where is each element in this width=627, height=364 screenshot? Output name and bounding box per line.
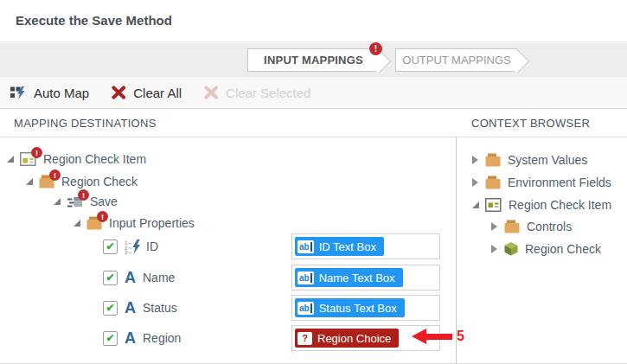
context-item-system-values[interactable]: System Values (472, 149, 587, 171)
mapping-slot-id[interactable]: ab ID Text Box (291, 233, 440, 259)
context-browser-header: CONTEXT BROWSER (471, 117, 590, 130)
tab-input-label: INPUT MAPPINGS (264, 54, 363, 67)
tab-strip: INPUT MAPPINGS ! OUTPUT MAPPINGS (0, 43, 627, 77)
folder-icon: ! (86, 216, 102, 230)
question-glyph: ? (302, 333, 308, 343)
tree-item-label: Input Properties (109, 216, 195, 230)
view-icon (485, 198, 502, 212)
folder-icon (504, 220, 520, 233)
clear-selected-label: Clear Selected (226, 86, 310, 100)
svg-text:3: 3 (125, 250, 128, 254)
error-badge-icon: ! (369, 42, 382, 55)
collapsed-arrow-icon[interactable] (491, 245, 497, 253)
mapping-chip-label: Name Text Box (319, 271, 395, 284)
auto-map-label: Auto Map (34, 86, 89, 100)
context-item-environment-fields[interactable]: Environment Fields (472, 171, 611, 194)
textbox-icon: ab (298, 302, 314, 315)
context-item-label: System Values (508, 153, 587, 167)
tree-item-property-status[interactable]: ✔ A Status (103, 295, 177, 321)
error-badge-icon: ! (97, 211, 108, 222)
mapping-chip-name[interactable]: ab Name Text Box (295, 268, 403, 287)
clear-all-icon (112, 86, 126, 99)
tab-output-label: OUTPUT MAPPINGS (402, 54, 510, 67)
context-item-label: Controls (527, 220, 572, 233)
tree-item-property-region[interactable]: ✔ A Region (103, 325, 181, 351)
tree-item-label: Save (90, 195, 118, 208)
expanded-arrow-icon[interactable] (7, 156, 14, 163)
error-badge-icon: ! (49, 169, 61, 181)
auto-map-button[interactable]: Auto Map (7, 84, 93, 102)
property-label: Name (143, 271, 175, 284)
mapping-destinations-header: MAPPING DESTINATIONS (14, 117, 157, 130)
toolbar: Auto Map Clear All Clear Selected (0, 77, 627, 109)
text-type-icon: A (125, 270, 136, 285)
textbox-icon: ab (298, 240, 314, 253)
text-cursor-icon (310, 303, 312, 313)
question-icon: ? (298, 332, 312, 345)
textbox-icon: ab (298, 271, 314, 284)
property-label: Region (143, 331, 181, 345)
text-cursor-icon (310, 242, 312, 252)
context-item-label: Region Check Item (509, 198, 611, 212)
tree-item-label: Region Check (61, 175, 138, 188)
mapping-chip-id[interactable]: ab ID Text Box (295, 237, 384, 256)
collapsed-arrow-icon[interactable] (472, 178, 478, 187)
tree-item-label: Region Check Item (43, 152, 146, 166)
expanded-arrow-icon[interactable] (472, 201, 479, 208)
error-badge-icon: ! (31, 147, 42, 158)
checkbox-status[interactable]: ✔ (103, 301, 118, 316)
expanded-arrow-icon[interactable] (54, 198, 61, 205)
context-item-controls[interactable]: Controls (491, 215, 572, 238)
tree-item-property-name[interactable]: ✔ A Name (103, 265, 175, 291)
checkbox-region[interactable]: ✔ (103, 331, 118, 346)
tree-item-region-check-item[interactable]: ! Region Check Item (7, 148, 146, 170)
annotation-number: 5 (457, 329, 464, 344)
checkbox-id[interactable]: ✔ (103, 239, 118, 254)
context-item-region-check[interactable]: Region Check (491, 238, 601, 260)
expanded-arrow-icon[interactable] (74, 220, 80, 227)
cube-icon (504, 242, 518, 256)
arrow-tail (426, 334, 452, 340)
text-cursor-icon (310, 273, 312, 283)
mapping-slot-name[interactable]: ab Name Text Box (291, 265, 440, 291)
ab-glyph: ab (299, 303, 310, 313)
method-icon: ! (67, 195, 83, 208)
autonumber-icon: 1 2 3 (125, 239, 142, 254)
clear-selected-icon (204, 86, 219, 99)
context-item-label: Region Check (525, 242, 601, 256)
view-icon: ! (20, 152, 36, 166)
mapping-chip-label: Region Choice (317, 332, 391, 345)
tree-item-property-id[interactable]: ✔ 1 2 3 ID (103, 233, 158, 259)
collapsed-arrow-icon[interactable] (472, 156, 478, 164)
tab-output-mappings[interactable]: OUTPUT MAPPINGS (395, 48, 517, 72)
context-item-label: Environment Fields (508, 176, 611, 189)
tree-item-input-properties[interactable]: ! Input Properties (74, 212, 195, 234)
mapping-slot-status[interactable]: ab Status Text Box (291, 295, 440, 321)
property-label: ID (146, 239, 158, 253)
panel-headers: MAPPING DESTINATIONS CONTEXT BROWSER (0, 109, 627, 137)
auto-map-icon (10, 86, 27, 99)
clear-all-button[interactable]: Clear All (108, 84, 185, 102)
clear-selected-button[interactable]: Clear Selected (201, 84, 314, 102)
page-title: Execute the Save Method (16, 13, 172, 28)
mapping-chip-label: ID Text Box (319, 240, 376, 253)
mapping-chip-label: Status Text Box (319, 302, 397, 315)
tab-input-mappings[interactable]: INPUT MAPPINGS ! (247, 48, 379, 72)
property-label: Status (143, 301, 177, 315)
error-badge-icon: ! (78, 189, 89, 201)
clear-all-label: Clear All (133, 86, 182, 100)
tree-item-save-method[interactable]: ! Save (54, 190, 118, 213)
mapping-chip-status[interactable]: ab Status Text Box (295, 298, 405, 317)
context-item-region-check-item[interactable]: Region Check Item (472, 194, 611, 216)
smartobject-box-icon: ! (39, 175, 54, 188)
annotation-arrow-icon (412, 329, 452, 344)
ab-glyph: ab (299, 273, 310, 283)
collapsed-arrow-icon[interactable] (491, 222, 497, 231)
title-bar: Execute the Save Method (0, 0, 627, 42)
checkbox-name[interactable]: ✔ (103, 271, 118, 285)
expanded-arrow-icon[interactable] (26, 178, 33, 185)
folder-icon (485, 153, 501, 167)
text-type-icon: A (125, 330, 136, 346)
mapping-chip-region[interactable]: ? Region Choice (295, 329, 399, 348)
arrow-head (412, 329, 426, 344)
